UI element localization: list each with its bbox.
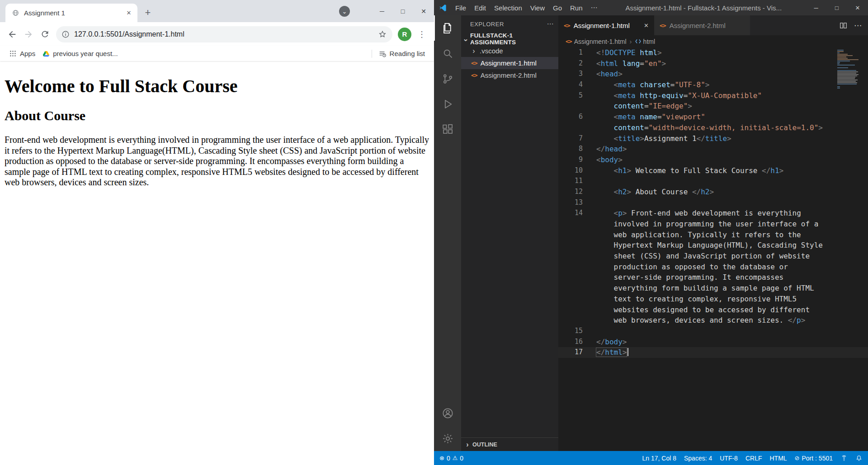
code-line[interactable]: 2<html lang="en">: [558, 58, 868, 69]
code-line[interactable]: text to creating complex, responsive HTM…: [558, 294, 868, 305]
code-editor[interactable]: 1<!DOCTYPE html>2<html lang="en">3<head>…: [558, 47, 868, 451]
editor-tab-assignment-1html[interactable]: <>Assignment-1.html✕: [558, 15, 654, 35]
notifications-bell-icon[interactable]: [855, 455, 863, 462]
outline-section[interactable]: › OUTLINE: [461, 437, 558, 451]
profile-avatar[interactable]: R: [398, 28, 411, 41]
more-actions-icon[interactable]: ⋯: [854, 21, 862, 30]
bookmark-star-icon[interactable]: [378, 30, 387, 39]
code-line[interactable]: 16</body>: [558, 337, 868, 348]
bookmark-label: previous year quest...: [53, 50, 118, 57]
code-line[interactable]: 17</html>: [558, 347, 868, 358]
code-line[interactable]: 4 <meta charset="UTF-8">: [558, 80, 868, 90]
html-file-icon: <>: [471, 60, 477, 66]
account-icon[interactable]: [434, 400, 461, 426]
source-control-icon[interactable]: [434, 66, 461, 91]
indentation[interactable]: Spaces: 4: [684, 455, 712, 462]
run-debug-icon[interactable]: [434, 91, 461, 117]
eol-sequence[interactable]: CRLF: [745, 455, 762, 462]
code-line[interactable]: content="IE=edge">: [558, 101, 868, 112]
code-line[interactable]: 7 <title>Assignment 1</title>: [558, 133, 868, 144]
code-line[interactable]: 3<head>: [558, 69, 868, 80]
menu-[interactable]: ⋯: [587, 0, 602, 15]
site-info-icon[interactable]: [61, 30, 70, 38]
code-line[interactable]: web application. Typically it refers to …: [558, 230, 868, 240]
code-line[interactable]: 9<body>: [558, 155, 868, 165]
menu-view[interactable]: View: [526, 0, 549, 15]
problems-status[interactable]: ⊗ 0 ⚠ 0: [439, 455, 463, 462]
apps-shortcut[interactable]: Apps: [5, 48, 39, 59]
minimize-button[interactable]: ─: [806, 0, 826, 15]
maximize-button[interactable]: □: [392, 0, 413, 22]
code-line[interactable]: 13: [558, 197, 868, 208]
line-number: 16: [558, 337, 583, 348]
code-line[interactable]: 14 <p> Front-end web development is ever…: [558, 208, 868, 219]
menu-file[interactable]: File: [451, 0, 470, 15]
cursor-position[interactable]: Ln 17, Col 8: [642, 455, 676, 462]
new-tab-button[interactable]: +: [140, 5, 156, 20]
tab-close-icon[interactable]: ✕: [124, 8, 134, 18]
line-number: [558, 240, 583, 251]
breadcrumb-file[interactable]: <> Assignment-1.html: [566, 38, 627, 45]
close-button[interactable]: ✕: [413, 0, 434, 22]
reading-list-button[interactable]: Reading list: [375, 48, 429, 59]
code-line[interactable]: 6 <meta name="viewport": [558, 112, 868, 122]
code-line[interactable]: 10 <h1> Welcome to Full Stack Course </h…: [558, 165, 868, 176]
close-button[interactable]: ✕: [847, 0, 868, 15]
explorer-item-assignment-2html[interactable]: <>Assignment-2.html: [461, 69, 558, 81]
code-line[interactable]: websites designed to be accessed by diff…: [558, 305, 868, 315]
code-line[interactable]: involved in programming the user interfa…: [558, 219, 868, 230]
remote-antenna-icon[interactable]: [840, 455, 848, 462]
menu-edit[interactable]: Edit: [470, 0, 490, 15]
settings-gear-icon[interactable]: [434, 426, 461, 451]
minimap[interactable]: [837, 50, 861, 89]
bookmark-item[interactable]: previous year quest...: [39, 48, 121, 59]
code-line[interactable]: 8</head>: [558, 144, 868, 155]
page-heading-1: Welcome to Full Stack Course: [5, 75, 429, 97]
tab-close-icon[interactable]: ✕: [644, 22, 649, 29]
refresh-button[interactable]: [37, 27, 52, 42]
code-line[interactable]: everything form building a sample page o…: [558, 283, 868, 294]
code-line[interactable]: 12 <h2> About Course </h2>: [558, 187, 868, 197]
code-line[interactable]: 15: [558, 326, 868, 337]
explorer-item-vscode[interactable]: ›.vscode: [461, 45, 558, 57]
address-bar[interactable]: 127.0.0.1:5501/Assignment-1.html: [56, 26, 392, 42]
back-button[interactable]: [5, 27, 20, 42]
language-mode[interactable]: HTML: [769, 455, 787, 462]
live-server-port[interactable]: ⊘ Port : 5501: [795, 455, 833, 462]
code-line[interactable]: 11: [558, 176, 868, 187]
tab-search-button[interactable]: ⌄: [339, 6, 350, 17]
explorer-item-assignment-1html[interactable]: <>Assignment-1.html: [461, 57, 558, 69]
explorer-icon[interactable]: [434, 15, 461, 41]
editor-tab-bar: <>Assignment-1.html✕<>Assignment-2.html …: [558, 15, 868, 35]
workspace-root-folder[interactable]: ⌄ FULLSTACK-1 ASSIGNMENTS: [461, 33, 558, 45]
menu-go[interactable]: Go: [549, 0, 566, 15]
browser-tab[interactable]: Assignment 1 ✕: [5, 4, 137, 22]
extensions-icon[interactable]: [434, 117, 461, 142]
forward-button[interactable]: [21, 27, 36, 42]
code-line[interactable]: 1<!DOCTYPE html>: [558, 47, 868, 58]
browser-menu-button[interactable]: ⋮: [414, 27, 429, 42]
explorer-actions-icon[interactable]: ⋯: [547, 20, 554, 28]
code-line[interactable]: 5 <meta http-equiv="X-UA-Compatible": [558, 90, 868, 101]
split-editor-icon[interactable]: [839, 21, 848, 30]
rendered-page: Welcome to Full Stack Course About Cours…: [0, 61, 434, 465]
line-number: [558, 305, 583, 315]
broadcast-icon: ⊘: [795, 455, 800, 461]
encoding[interactable]: UTF-8: [720, 455, 738, 462]
maximize-button[interactable]: □: [826, 0, 847, 15]
code-line[interactable]: production as opposed to the database or: [558, 262, 868, 272]
code-line[interactable]: web browsers, devices and screen sizes. …: [558, 315, 868, 326]
minimize-button[interactable]: ─: [372, 0, 392, 22]
code-line[interactable]: sheet (CSS) and JavaScript portion of we…: [558, 251, 868, 262]
search-icon[interactable]: [434, 41, 461, 66]
explorer-sidebar: EXPLORER ⋯ ⌄ FULLSTACK-1 ASSIGNMENTS ›.v…: [461, 15, 558, 451]
code-line[interactable]: server-side programming. It encompasses: [558, 272, 868, 283]
globe-favicon-icon: [12, 9, 19, 17]
editor-tab-assignment-2html[interactable]: <>Assignment-2.html: [654, 15, 750, 35]
menu-run[interactable]: Run: [566, 0, 587, 15]
code-line[interactable]: Hypertext Markup Language(HTML), Cascadi…: [558, 240, 868, 251]
breadcrumb-symbol[interactable]: html: [635, 38, 655, 45]
menu-selection[interactable]: Selection: [490, 0, 526, 15]
url-text[interactable]: 127.0.0.1:5501/Assignment-1.html: [74, 30, 373, 38]
code-line[interactable]: content="width=device-width, initial-sca…: [558, 122, 868, 133]
